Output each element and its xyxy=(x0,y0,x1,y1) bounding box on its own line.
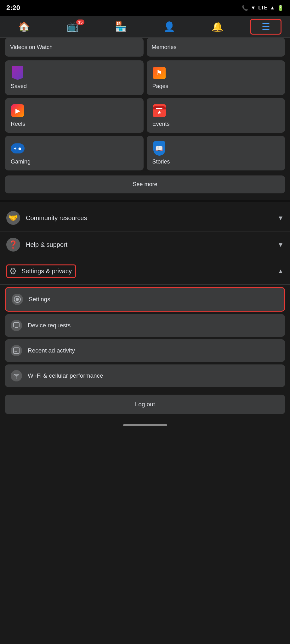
community-resources-label: Community resources xyxy=(26,214,87,222)
stories-icon: 📖 xyxy=(153,141,165,156)
phone-icon: 📞 xyxy=(242,5,248,11)
top-cards-row: Videos on Watch Memories xyxy=(0,38,290,59)
pages-label: Pages xyxy=(152,83,280,90)
recent-ad-sub-item[interactable]: Recent ad activity xyxy=(5,339,285,362)
wifi-cellular-label: Wi-Fi & cellular performance xyxy=(28,372,103,379)
pages-grid-item[interactable]: ⚑ Pages xyxy=(147,60,285,95)
community-chevron-icon: ▼ xyxy=(277,214,284,222)
svg-rect-4 xyxy=(14,350,18,350)
profile-icon: 👤 xyxy=(163,21,175,32)
gaming-label: Gaming xyxy=(11,158,138,165)
events-icon: ▬▬ ★ xyxy=(153,104,166,117)
pages-icon-wrap: ⚑ xyxy=(152,66,166,80)
saved-icon-wrap xyxy=(11,66,25,80)
svg-point-6 xyxy=(16,378,17,379)
saved-label: Saved xyxy=(11,83,138,90)
reels-icon-wrap: ▶ xyxy=(11,104,25,118)
stories-label: Stories xyxy=(152,158,280,165)
community-resources-left: 🤝 Community resources xyxy=(6,211,87,225)
settings-privacy-chevron-icon: ▲ xyxy=(277,268,284,275)
gaming-grid-item[interactable]: + ● Gaming xyxy=(5,136,144,170)
reels-grid-item[interactable]: ▶ Reels xyxy=(5,98,144,133)
status-bar: 2:20 📞 ▼ LTE ▲ 🔋 xyxy=(0,0,290,16)
settings-sub-label: Settings xyxy=(29,296,50,303)
community-icon: 🤝 xyxy=(6,211,20,225)
nav-home[interactable]: 🏠 xyxy=(9,19,40,35)
recent-ad-icon xyxy=(11,345,22,356)
videos-on-watch-label: Videos on Watch xyxy=(10,44,53,51)
main-content: Videos on Watch Memories Saved ⚑ Pages xyxy=(0,38,290,429)
settings-privacy-box: ⚙ Settings & privacy xyxy=(6,264,76,278)
divider-1 xyxy=(0,200,290,202)
menu-icon: ☰ xyxy=(262,21,270,32)
logout-button[interactable]: Log out xyxy=(5,395,285,414)
status-time: 2:20 xyxy=(6,4,20,12)
help-icon: ❓ xyxy=(6,238,20,252)
wifi-sub-item[interactable]: Wi-Fi & cellular performance xyxy=(5,364,285,387)
stories-icon-wrap: 📖 xyxy=(152,142,166,155)
saved-grid-item[interactable]: Saved xyxy=(5,60,144,95)
pages-icon: ⚑ xyxy=(153,67,166,79)
gaming-icon-wrap: + ● xyxy=(11,142,25,155)
svg-rect-2 xyxy=(14,323,19,327)
home-indicator xyxy=(0,419,290,429)
svg-rect-3 xyxy=(14,348,19,353)
reels-label: Reels xyxy=(11,121,138,127)
nav-bar: 🏠 📺 35 🏪 👤 🔔 ☰ xyxy=(0,16,290,38)
svg-point-1 xyxy=(16,298,19,301)
status-icons: 📞 ▼ LTE ▲ 🔋 xyxy=(242,5,284,11)
gaming-icon: + ● xyxy=(11,143,25,153)
settings-sub-icon xyxy=(12,294,23,305)
device-requests-label: Device requests xyxy=(28,322,71,329)
memories-label: Memories xyxy=(152,44,177,51)
see-more-button[interactable]: See more xyxy=(5,175,285,193)
settings-sub-items: Settings Device requests R xyxy=(0,285,290,390)
videos-on-watch-card[interactable]: Videos on Watch xyxy=(5,38,144,57)
marketplace-icon: 🏪 xyxy=(115,21,127,32)
gear-icon: ⚙ xyxy=(9,266,17,276)
events-label: Events xyxy=(152,121,280,127)
home-bar xyxy=(123,424,167,426)
help-support-item[interactable]: ❓ Help & support ▼ xyxy=(0,231,290,258)
help-chevron-icon: ▼ xyxy=(277,241,284,248)
events-icon-wrap: ▬▬ ★ xyxy=(152,104,166,118)
nav-watch[interactable]: 📺 35 xyxy=(57,19,88,35)
settings-sub-item[interactable]: Settings xyxy=(5,287,285,312)
notifications-icon: 🔔 xyxy=(212,21,223,32)
lte-label: LTE xyxy=(258,5,267,11)
grid-container: Saved ⚑ Pages ▶ Reels ▬▬ xyxy=(0,59,290,172)
settings-privacy-header[interactable]: ⚙ Settings & privacy ▲ xyxy=(0,258,290,285)
battery-icon: 🔋 xyxy=(277,5,284,11)
settings-privacy-label: Settings & privacy xyxy=(21,268,72,275)
signal-icon: ▲ xyxy=(270,5,275,11)
wifi-icon: ▼ xyxy=(251,5,256,11)
help-support-left: ❓ Help & support xyxy=(6,238,67,252)
memories-card[interactable]: Memories xyxy=(147,38,285,57)
nav-profile[interactable]: 👤 xyxy=(153,19,185,35)
nav-notifications[interactable]: 🔔 xyxy=(202,19,233,35)
events-grid-item[interactable]: ▬▬ ★ Events xyxy=(147,98,285,133)
nav-marketplace[interactable]: 🏪 xyxy=(105,19,137,35)
help-support-label: Help & support xyxy=(26,241,67,248)
watch-badge: 35 xyxy=(76,19,84,25)
settings-privacy-left: ⚙ Settings & privacy xyxy=(6,264,76,278)
recent-ad-label: Recent ad activity xyxy=(28,347,75,354)
svg-rect-5 xyxy=(14,351,17,352)
community-resources-item[interactable]: 🤝 Community resources ▼ xyxy=(0,205,290,231)
saved-icon xyxy=(12,66,23,80)
stories-grid-item[interactable]: 📖 Stories xyxy=(147,136,285,170)
home-icon: 🏠 xyxy=(18,21,30,32)
device-requests-icon xyxy=(11,320,22,331)
nav-menu[interactable]: ☰ xyxy=(250,19,281,35)
device-requests-sub-item[interactable]: Device requests xyxy=(5,314,285,337)
reels-icon: ▶ xyxy=(11,104,24,117)
wifi-cellular-icon xyxy=(11,370,22,381)
